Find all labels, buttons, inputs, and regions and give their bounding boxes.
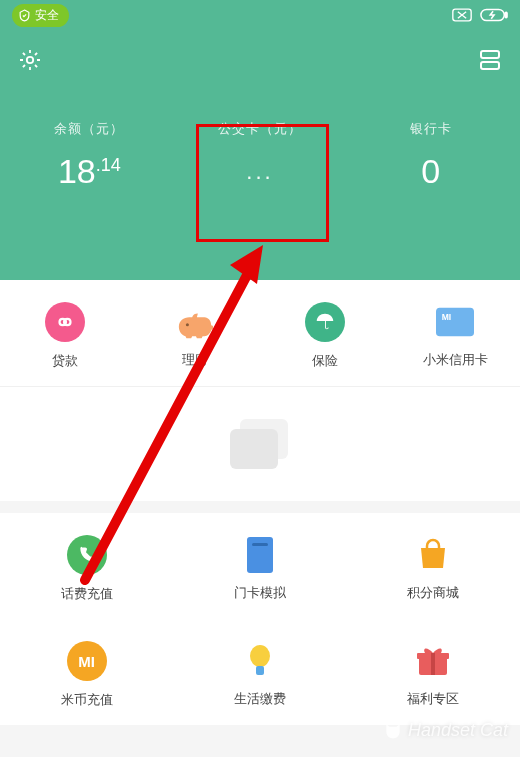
door-label: 门卡模拟	[234, 584, 286, 602]
bank-label: 银行卡	[345, 120, 516, 138]
svg-point-3	[27, 57, 33, 63]
mi-coin-label: 米币充值	[61, 691, 113, 709]
finance-label: 理财	[182, 351, 208, 369]
balance-value: 18.14	[4, 152, 175, 191]
insurance-cell[interactable]: 保险	[260, 280, 390, 386]
topup-cell[interactable]: 话费充值	[0, 513, 173, 619]
points-label: 积分商城	[407, 584, 459, 602]
welfare-cell[interactable]: 福利专区	[347, 619, 520, 725]
insurance-label: 保险	[312, 352, 338, 370]
credit-label: 小米信用卡	[423, 351, 488, 369]
balance-tile[interactable]: 余额（元） 18.14	[4, 120, 175, 192]
bank-card-tile[interactable]: 银行卡 0	[345, 120, 516, 192]
bag-icon	[414, 536, 452, 574]
piggy-icon	[176, 303, 214, 341]
points-mall-cell[interactable]: 积分商城	[347, 513, 520, 619]
gear-icon[interactable]	[18, 48, 42, 72]
credit-card-cell[interactable]: MI 小米信用卡	[390, 280, 520, 386]
battery-charging-icon	[480, 8, 508, 22]
svg-rect-16	[431, 653, 435, 675]
loan-cell[interactable]: 贷款	[0, 280, 130, 386]
transit-card-tile[interactable]: 公交卡（元） ...	[175, 120, 346, 192]
mi-coin-cell[interactable]: MI 米币充值	[0, 619, 173, 725]
security-label: 安全	[35, 7, 59, 24]
mi-card-icon: MI	[436, 303, 474, 341]
bills-cell[interactable]: 生活缴费	[173, 619, 346, 725]
wallet-header: 安全 余额（元） 18.14 公交卡（元） ... 银行卡 0	[0, 0, 520, 280]
svg-rect-10	[247, 537, 273, 573]
balance-label: 余额（元）	[4, 120, 175, 138]
svg-rect-4	[481, 51, 499, 58]
svg-rect-5	[481, 62, 499, 69]
umbrella-icon	[305, 302, 345, 342]
finance-cell[interactable]: 理财	[130, 280, 260, 386]
door-card-cell[interactable]: 门卡模拟	[173, 513, 346, 619]
security-pill: 安全	[12, 4, 69, 27]
shield-icon	[18, 9, 31, 22]
phone-icon	[67, 535, 107, 575]
loan-label: 贷款	[52, 352, 78, 370]
svg-rect-13	[256, 666, 264, 675]
svg-point-7	[186, 323, 189, 326]
svg-rect-11	[252, 543, 268, 546]
svg-rect-2	[505, 12, 507, 18]
transit-label: 公交卡（元）	[175, 120, 346, 138]
door-card-icon	[241, 536, 279, 574]
gift-icon	[414, 642, 452, 680]
welfare-label: 福利专区	[407, 690, 459, 708]
sim-off-icon	[452, 8, 472, 22]
cat-icon	[383, 721, 403, 741]
watermark: Handset Cat	[383, 720, 508, 741]
svg-point-12	[250, 645, 270, 667]
topup-label: 话费充值	[61, 585, 113, 603]
promo-banner[interactable]	[0, 386, 520, 501]
bulb-icon	[241, 642, 279, 680]
image-stack-icon	[230, 419, 290, 469]
scan-icon[interactable]	[478, 48, 502, 72]
bills-label: 生活缴费	[234, 690, 286, 708]
services-panel: 话费充值 门卡模拟 积分商城 MI 米币充值 生活缴费	[0, 513, 520, 725]
mi-logo-icon: MI	[67, 641, 107, 681]
infinity-icon	[45, 302, 85, 342]
transit-value: ...	[175, 152, 346, 192]
quick-actions-panel: 贷款 理财 保险 MI 小米信用卡	[0, 280, 520, 386]
status-bar: 安全	[0, 0, 520, 30]
svg-text:MI: MI	[442, 312, 452, 322]
bank-value: 0	[345, 152, 516, 191]
